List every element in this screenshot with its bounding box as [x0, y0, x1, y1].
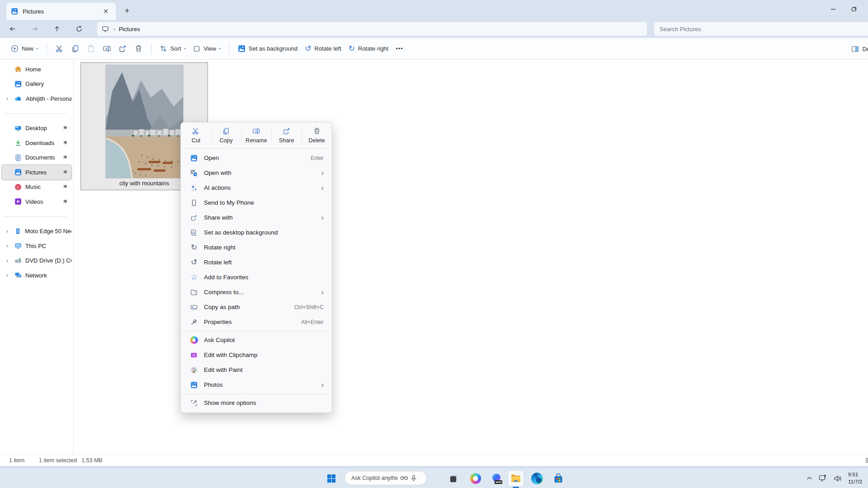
search-container[interactable]: [654, 22, 868, 36]
pin-icon: [63, 199, 68, 204]
cut-button[interactable]: [52, 42, 67, 56]
expand-chevron-icon[interactable]: ›: [6, 228, 14, 235]
sidebar-item-phone[interactable]: › Moto Edge 50 Neo: [2, 224, 71, 239]
context-menu-list: Open Enter Open with › AI actions › Send…: [181, 149, 332, 410]
sidebar-item-this-pc[interactable]: › This PC: [2, 239, 71, 253]
share-icon: [189, 214, 199, 221]
share-button[interactable]: [115, 42, 131, 56]
copy-menu-button[interactable]: Copy: [211, 122, 241, 148]
view-button[interactable]: View ›: [189, 42, 225, 55]
tab-title: Pictures: [23, 8, 100, 15]
menu-item-photos[interactable]: Photos ›: [183, 377, 330, 392]
menu-item-ask-copilot[interactable]: Ask Copilot: [183, 333, 330, 347]
sidebar-item-downloads[interactable]: Downloads: [2, 136, 71, 150]
taskbar-search-input[interactable]: [351, 475, 397, 481]
sort-button[interactable]: Sort ›: [156, 42, 190, 55]
search-input[interactable]: [660, 26, 866, 33]
tab-pictures[interactable]: Pictures ✕: [6, 3, 116, 20]
set-as-background-button[interactable]: Set as background: [234, 42, 301, 55]
menu-item-share-with[interactable]: Share with ›: [183, 210, 330, 225]
submenu-chevron-icon: ›: [321, 169, 324, 177]
task-view-button[interactable]: [446, 471, 462, 486]
sidebar-item-network[interactable]: › Network: [2, 268, 71, 283]
rename-button[interactable]: A: [99, 42, 115, 56]
menu-item-open-with[interactable]: Open with ›: [183, 165, 330, 180]
star-icon: ☆: [189, 273, 199, 281]
new-button[interactable]: New ›: [7, 42, 42, 55]
address-bar[interactable]: › Pictures: [97, 22, 647, 36]
sidebar-item-dvd-drive[interactable]: › DVD Drive (D:) CCC: [2, 253, 71, 268]
tab-close-icon[interactable]: ✕: [100, 6, 111, 17]
menu-item-copy-as-path[interactable]: Copy as path Ctrl+Shift+C: [183, 300, 330, 314]
file-name: city with mountains: [119, 180, 169, 187]
pin-icon: [63, 141, 68, 145]
menu-item-rotate-right[interactable]: ↻ Rotate right: [183, 240, 330, 255]
more-options-button[interactable]: •••: [392, 42, 407, 55]
breadcrumb[interactable]: Pictures: [119, 26, 140, 33]
refresh-button[interactable]: [71, 22, 87, 36]
svg-text:M365: M365: [495, 481, 502, 483]
wrench-icon: [189, 319, 199, 326]
minimize-button[interactable]: [823, 0, 844, 18]
expand-chevron-icon[interactable]: ›: [6, 243, 14, 249]
sidebar-item-pictures[interactable]: Pictures: [2, 165, 71, 180]
delete-button[interactable]: [131, 42, 146, 56]
menu-item-edit-with-paint[interactable]: Edit with Paint: [183, 362, 330, 377]
back-button[interactable]: [5, 22, 20, 36]
rotate-left-button[interactable]: ↺ Rotate left: [301, 42, 345, 55]
menu-item-add-to-favorites[interactable]: ☆ Add to Favorites: [183, 270, 330, 285]
menu-item-edit-with-clipchamp[interactable]: Edit with Clipchamp: [183, 347, 330, 362]
copy-button[interactable]: [67, 42, 83, 56]
menu-item-show-more-options[interactable]: Show more options: [183, 395, 330, 410]
sidebar-item-gallery[interactable]: Gallery: [2, 77, 71, 92]
menu-item-open[interactable]: Open Enter: [183, 150, 330, 165]
new-tab-button[interactable]: +: [121, 5, 133, 17]
sidebar-item-onedrive[interactable]: › Abhijith - Personal: [2, 91, 71, 106]
restore-button[interactable]: [844, 0, 864, 18]
network-tray-icon[interactable]: [819, 474, 827, 482]
menu-item-rotate-left[interactable]: ↺ Rotate left: [183, 255, 330, 270]
copilot-button[interactable]: [468, 471, 483, 486]
videos-icon: [14, 198, 22, 205]
quick-actions-row: Cut Copy A Rename Share Delete: [181, 122, 332, 149]
expand-chevron-icon[interactable]: ›: [6, 258, 14, 264]
expand-chevron-icon[interactable]: ›: [6, 95, 14, 102]
volume-icon[interactable]: [834, 475, 842, 482]
show-more-icon: [189, 399, 199, 407]
menu-item-set-as-desktop-background[interactable]: Set as desktop background: [183, 225, 330, 240]
rename-menu-button[interactable]: A Rename: [241, 122, 272, 148]
paste-button[interactable]: [83, 42, 99, 56]
details-pane-toggle[interactable]: De: [848, 42, 868, 56]
sidebar-item-videos[interactable]: Videos: [2, 194, 71, 209]
phone-icon: [14, 228, 21, 235]
start-button[interactable]: [324, 471, 339, 486]
cut-menu-button[interactable]: Cut: [181, 122, 211, 148]
set-as-background-label: Set as background: [249, 45, 297, 52]
sidebar-item-documents[interactable]: Documents: [2, 150, 71, 165]
details-view-toggle-icon[interactable]: [864, 457, 868, 464]
clock[interactable]: 9:51 11/7/2: [848, 471, 868, 485]
menu-item-ai-actions[interactable]: AI actions ›: [183, 180, 330, 195]
open-with-icon: [189, 169, 199, 177]
delete-menu-button[interactable]: Delete: [302, 122, 332, 148]
m365-copilot-button[interactable]: M365: [489, 471, 504, 486]
share-menu-button[interactable]: Share: [271, 122, 302, 148]
pin-icon: [63, 184, 68, 189]
menu-item-send-to-my-phone[interactable]: Send to My Phone: [183, 195, 330, 210]
sidebar-item-desktop[interactable]: Desktop: [2, 121, 71, 136]
forward-button[interactable]: [27, 22, 42, 36]
microphone-icon[interactable]: [411, 475, 416, 482]
store-button[interactable]: [551, 471, 566, 486]
file-explorer-button[interactable]: [508, 471, 524, 486]
expand-chevron-icon[interactable]: ›: [6, 272, 14, 278]
tray-chevron-up-icon[interactable]: [807, 476, 812, 480]
rotate-right-button[interactable]: ↻ Rotate right: [345, 42, 392, 55]
taskbar-search[interactable]: [344, 471, 427, 485]
menu-item-properties[interactable]: Properties Alt+Enter: [183, 314, 330, 329]
sidebar-item-home[interactable]: Home: [2, 62, 71, 77]
menu-item-compress-to[interactable]: Compress to... ›: [183, 285, 330, 300]
sidebar-item-music[interactable]: ♪ Music: [2, 180, 71, 195]
edge-button[interactable]: [529, 471, 545, 486]
details-label: De: [862, 46, 868, 52]
up-button[interactable]: [49, 22, 65, 36]
